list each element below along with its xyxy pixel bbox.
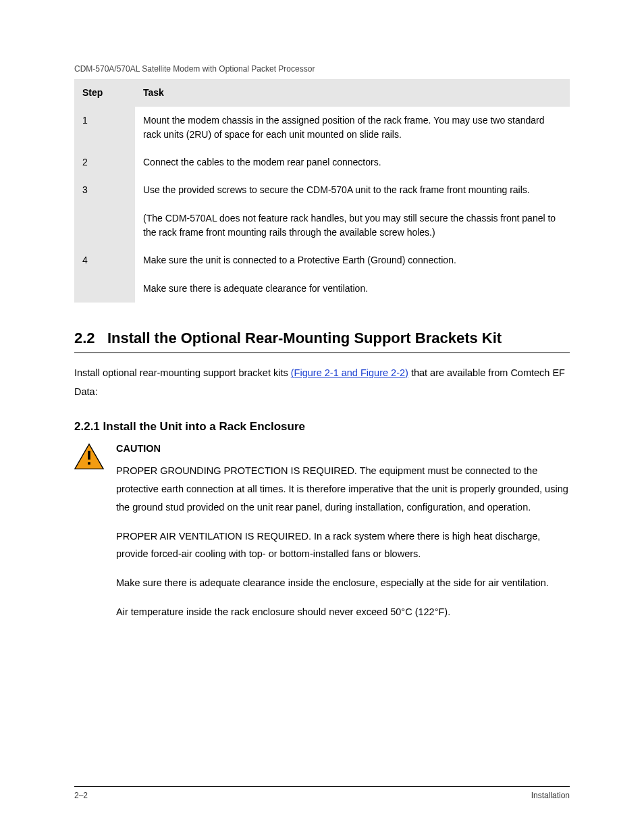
section-number: 2.2 — [74, 330, 95, 346]
table-row: 1 Mount the modem chassis in the assigne… — [74, 107, 570, 149]
svg-rect-2 — [88, 462, 90, 465]
table-row: 3 Use the provided screws to secure the … — [74, 176, 570, 246]
page-footer: 2–2 Installation — [74, 786, 570, 800]
footer-page-number: 2–2 — [74, 791, 88, 800]
cell-task: Mount the modem chassis in the assigned … — [135, 107, 570, 149]
cell-task: Use the provided screws to secure the CD… — [135, 176, 570, 246]
page: CDM-570A/570AL Satellite Modem with Opti… — [0, 0, 644, 834]
caution-label: CAUTION — [116, 443, 570, 454]
header-breadcrumb: CDM-570A/570AL Satellite Modem with Opti… — [74, 64, 570, 74]
steps-table: Step Task 1 Mount the modem chassis in t… — [74, 79, 570, 303]
section-rule — [74, 353, 570, 353]
cell-step: 4 — [74, 246, 135, 303]
caution-block: CAUTION PROPER GROUNDING PROTECTION IS R… — [74, 443, 570, 632]
caution-paragraph: Make sure there is adequate clearance in… — [116, 574, 570, 592]
cell-task: Make sure the unit is connected to a Pro… — [135, 246, 570, 303]
table-row: 2 Connect the cables to the modem rear p… — [74, 149, 570, 176]
table-header-row: Step Task — [74, 79, 570, 107]
cell-step: 2 — [74, 149, 135, 176]
caution-paragraph: PROPER AIR VENTILATION IS REQUIRED. In a… — [116, 527, 570, 564]
cell-step: 1 — [74, 107, 135, 149]
section-heading: 2.2 Install the Optional Rear-Mounting S… — [74, 330, 570, 347]
caution-icon — [74, 443, 104, 632]
intro-text: Install optional rear-mounting support b… — [74, 367, 291, 378]
section-intro: Install optional rear-mounting support b… — [74, 364, 570, 401]
svg-rect-1 — [88, 451, 90, 460]
section-title-text: Install the Optional Rear-Mounting Suppo… — [107, 330, 502, 346]
cell-step: 3 — [74, 176, 135, 246]
table-row: 4 Make sure the unit is connected to a P… — [74, 246, 570, 303]
caution-paragraph: PROPER GROUNDING PROTECTION IS REQUIRED.… — [116, 462, 570, 516]
col-step: Step — [74, 79, 135, 107]
subsection-heading: 2.2.1 Install the Unit into a Rack Enclo… — [74, 420, 570, 434]
footer-rule — [74, 786, 570, 787]
col-task: Task — [135, 79, 570, 107]
caution-paragraph: Air temperature inside the rack enclosur… — [116, 603, 570, 621]
cell-task: Connect the cables to the modem rear pan… — [135, 149, 570, 176]
footer-section: Installation — [531, 791, 570, 800]
caution-body: CAUTION PROPER GROUNDING PROTECTION IS R… — [116, 443, 570, 632]
figure-link[interactable]: (Figure 2-1 and Figure 2-2) — [291, 367, 408, 378]
